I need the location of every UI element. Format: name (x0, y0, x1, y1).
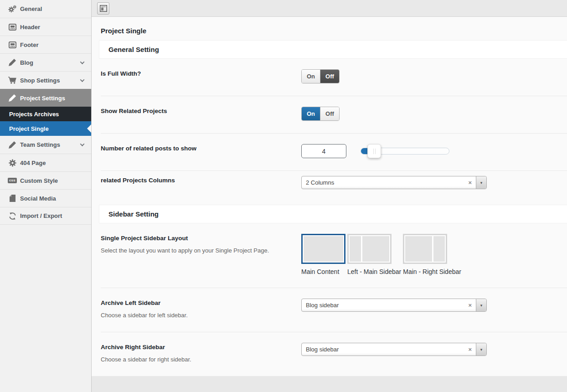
sidebar-item-shop-settings[interactable]: Shop Settings (0, 71, 91, 89)
full-width-on-button[interactable]: On (302, 70, 320, 83)
sidebar-item-label: Social Media (20, 195, 86, 202)
field-row-related-count: Number of related posts to show (101, 134, 567, 171)
field-row-full-width: Is Full Width? On Off (101, 59, 567, 96)
layout-option-left-main-sidebar[interactable]: Left - Main Sidebar (347, 234, 401, 275)
chevron-down-icon (80, 142, 85, 146)
sidebar-item-header[interactable]: Header (0, 18, 91, 36)
sidebar-item-label: General (20, 5, 86, 12)
sidebar-item-footer[interactable]: Footer (0, 36, 91, 53)
layout-thumbnail (403, 234, 447, 264)
caret-down-icon: ▾ (480, 303, 483, 308)
settings-panel: Project Single General Setting Is Full W… (92, 17, 567, 376)
related-columns-select[interactable]: 2 Columns × ▾ (301, 176, 487, 189)
related-count-slider[interactable] (361, 148, 449, 155)
field-label: Single Project Sidebar Layout (101, 235, 285, 242)
submenu-item-label: Project Single (9, 125, 49, 132)
field-label: Archive Left Sidebar (101, 299, 285, 306)
select-value: 2 Columns (302, 179, 464, 186)
page-title: Project Single (92, 17, 567, 40)
archive-right-select[interactable]: Blog sidebar × ▾ (301, 343, 487, 356)
layout-toggle-button[interactable] (97, 2, 109, 15)
sidebar-item-blog[interactable]: Blog (0, 53, 91, 71)
chevron-down-icon (80, 60, 85, 64)
file-icon (6, 195, 18, 202)
layout-option-label: Left - Main Sidebar (347, 268, 401, 275)
field-row-archive-left: Archive Left Sidebar Choose a sidebar fo… (101, 288, 567, 332)
pencil-icon (6, 59, 18, 66)
layout-option-main-right-sidebar[interactable]: Main - Right Sidebar (403, 234, 461, 275)
field-label: Is Full Width? (101, 70, 285, 77)
sidebar-item-team-settings[interactable]: Team Settings (0, 136, 91, 154)
sidebar-item-project-settings[interactable]: Project Settings (0, 89, 91, 107)
clear-icon[interactable]: × (464, 179, 476, 186)
field-description: Choose a sidebar for right sidebar. (101, 356, 285, 364)
caret-down-icon: ▾ (480, 347, 483, 352)
field-row-archive-right: Archive Right Sidebar Choose a sidebar f… (101, 332, 567, 376)
field-label: Show Related Projects (101, 108, 285, 114)
layout-icon (100, 5, 107, 12)
chevron-down-icon (80, 77, 85, 82)
sidebar-item-general[interactable]: General (0, 0, 91, 18)
show-related-off-button[interactable]: Off (320, 107, 339, 120)
clear-icon[interactable]: × (464, 302, 476, 309)
related-count-input[interactable] (301, 144, 346, 158)
layout-option-label: Main Content (301, 268, 345, 275)
dropdown-button[interactable]: ▾ (476, 343, 486, 356)
field-row-sidebar-layout: Single Project Sidebar Layout Select the… (101, 223, 567, 288)
field-label: Archive Right Sidebar (101, 344, 285, 351)
layout-thumbnail (301, 234, 345, 264)
sidebar-item-label: Project Settings (20, 95, 86, 102)
sidebar-subitem-projects-archives[interactable]: Projects Archives (0, 107, 91, 121)
sidebar-item-label: Team Settings (20, 141, 81, 148)
field-row-show-related: Show Related Projects On Off (101, 96, 567, 134)
footer-area (92, 376, 567, 392)
sidebar-item-label: 404 Page (20, 160, 86, 166)
main-area: Project Single General Setting Is Full W… (92, 0, 567, 392)
caret-down-icon: ▾ (480, 181, 483, 185)
pencil-icon (6, 94, 18, 102)
select-value: Blog sidebar (302, 302, 464, 309)
dropdown-button[interactable]: ▾ (476, 299, 486, 311)
sidebar-item-label: Header (20, 24, 86, 31)
sidebar-item-404-page[interactable]: 404 Page (0, 154, 91, 171)
field-description: Select the layout you want to apply on y… (101, 247, 285, 255)
show-related-toggle: On Off (301, 107, 340, 121)
layout-option-main-content[interactable]: Main Content (301, 234, 345, 275)
theme-options-app: General Header (0, 0, 567, 392)
layout-thumbnail (347, 234, 392, 264)
window-header-icon (6, 24, 18, 31)
section-header-general-setting: General Setting (99, 40, 567, 59)
settings-sidebar: General Header (0, 0, 92, 392)
slider-handle[interactable] (367, 144, 381, 158)
layout-option-label: Main - Right Sidebar (403, 268, 461, 275)
sidebar-item-label: Shop Settings (20, 77, 81, 84)
field-row-related-columns: related Projects Columns 2 Columns × ▾ (101, 171, 567, 198)
sidebar-item-label: Custom Style (20, 177, 86, 184)
sidebar-item-custom-style[interactable]: css Custom Style (0, 171, 91, 189)
full-width-off-button[interactable]: Off (320, 70, 339, 83)
pencil-icon (6, 141, 18, 149)
layout-options: Main Content Left - Main Sidebar Main - … (301, 234, 567, 275)
toolbar (92, 0, 567, 17)
sync-icon (6, 212, 18, 220)
gear-icon (6, 159, 18, 167)
submenu-item-label: Projects Archives (9, 111, 59, 118)
field-label: Number of related posts to show (101, 145, 285, 152)
sidebar-item-label: Import / Export (20, 212, 86, 219)
cogs-icon (6, 5, 18, 13)
section-header-sidebar-setting: Sidebar Setting (99, 205, 567, 223)
sidebar-item-label: Footer (20, 41, 86, 48)
show-related-on-button[interactable]: On (302, 107, 320, 120)
css-icon: css (6, 178, 18, 183)
dropdown-button[interactable]: ▾ (476, 176, 486, 189)
sidebar-item-label: Blog (20, 59, 81, 66)
clear-icon[interactable]: × (464, 346, 476, 353)
cart-icon (6, 77, 18, 84)
select-value: Blog sidebar (302, 346, 464, 353)
sidebar-subitem-project-single[interactable]: Project Single (0, 121, 91, 136)
window-footer-icon (6, 41, 18, 48)
sidebar-item-import-export[interactable]: Import / Export (0, 207, 91, 225)
sidebar-item-social-media[interactable]: Social Media (0, 189, 91, 207)
archive-left-select[interactable]: Blog sidebar × ▾ (301, 299, 487, 312)
field-label: related Projects Columns (101, 177, 285, 184)
